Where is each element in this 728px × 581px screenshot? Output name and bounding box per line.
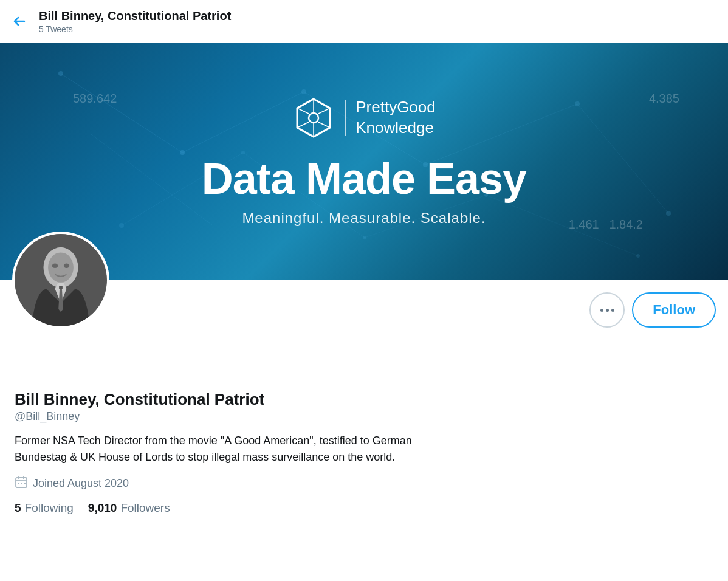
banner-main-title: Data Made Easy: [202, 154, 526, 204]
profile-joined: Joined August 2020: [15, 475, 716, 492]
banner-brand-name: PrettyGood Knowledge: [355, 97, 436, 139]
svg-point-18: [363, 236, 366, 239]
avatar-image: [15, 234, 107, 326]
svg-line-27: [318, 108, 330, 114]
svg-point-15: [666, 211, 671, 216]
dot-2: [606, 309, 609, 312]
header-profile-name: Bill Binney, Constitutional Patriot: [39, 9, 231, 23]
dot-3: [611, 309, 614, 312]
profile-stats: 5 Following 9,010 Followers: [15, 501, 716, 515]
following-count: 5: [15, 501, 21, 515]
action-row: Follow: [12, 280, 716, 335]
svg-point-10: [58, 71, 63, 76]
following-label: Following: [25, 501, 74, 515]
banner-data-number-br: 1.461 1.84.2: [569, 218, 643, 232]
svg-line-25: [297, 108, 309, 114]
followers-count: 9,010: [88, 501, 117, 515]
avatar: [12, 232, 109, 329]
profile-bio: Former NSA Tech Director from the movie …: [15, 433, 452, 466]
dot-1: [600, 309, 603, 312]
svg-point-16: [119, 223, 124, 228]
prettygood-icon: [292, 97, 335, 139]
svg-point-14: [575, 101, 580, 106]
svg-line-0: [61, 74, 182, 153]
profile-display-name: Bill Binney, Constitutional Patriot: [15, 390, 716, 410]
svg-point-12: [301, 89, 306, 94]
svg-line-26: [318, 122, 330, 128]
profile-info: Bill Binney, Constitutional Patriot @Bil…: [12, 335, 716, 515]
banner-subtitle: Meaningful. Measurable. Scalable.: [202, 210, 526, 227]
more-options-button[interactable]: [589, 292, 625, 328]
follow-button[interactable]: Follow: [632, 292, 716, 328]
svg-line-9: [91, 134, 213, 225]
joined-date: Joined August 2020: [33, 477, 129, 490]
svg-point-20: [636, 254, 640, 258]
profile-handle: @Bill_Binney: [15, 410, 716, 423]
profile-section: Follow Bill Binney, Constitutional Patri…: [0, 280, 728, 515]
header-tweet-count: 5 Tweets: [39, 24, 231, 34]
banner-content: PrettyGood Knowledge Data Made Easy Mean…: [202, 97, 526, 227]
svg-point-33: [64, 263, 70, 268]
banner-data-number-tl: 589.642: [73, 92, 117, 106]
back-button[interactable]: [12, 14, 27, 29]
header-text: Bill Binney, Constitutional Patriot 5 Tw…: [39, 9, 231, 34]
following-stat[interactable]: 5 Following: [15, 501, 74, 515]
followers-stat[interactable]: 9,010 Followers: [88, 501, 170, 515]
banner-logo-row: PrettyGood Knowledge: [202, 97, 526, 139]
svg-point-31: [48, 252, 74, 282]
followers-label: Followers: [120, 501, 170, 515]
profile-banner: 589.642 4.385 1.461 1.84.2 PrettyGood Kn…: [0, 43, 728, 280]
header: Bill Binney, Constitutional Patriot 5 Tw…: [0, 0, 728, 43]
svg-rect-39: [18, 483, 19, 484]
svg-rect-41: [24, 483, 26, 484]
svg-line-4: [577, 104, 668, 213]
banner-divider: [345, 100, 346, 136]
svg-rect-40: [21, 483, 22, 484]
svg-rect-34: [59, 286, 63, 289]
svg-line-28: [297, 122, 309, 128]
calendar-icon: [15, 475, 28, 492]
svg-point-32: [52, 263, 58, 268]
svg-point-22: [309, 113, 318, 123]
svg-point-11: [180, 150, 185, 155]
banner-data-number-tr: 4.385: [649, 92, 679, 106]
